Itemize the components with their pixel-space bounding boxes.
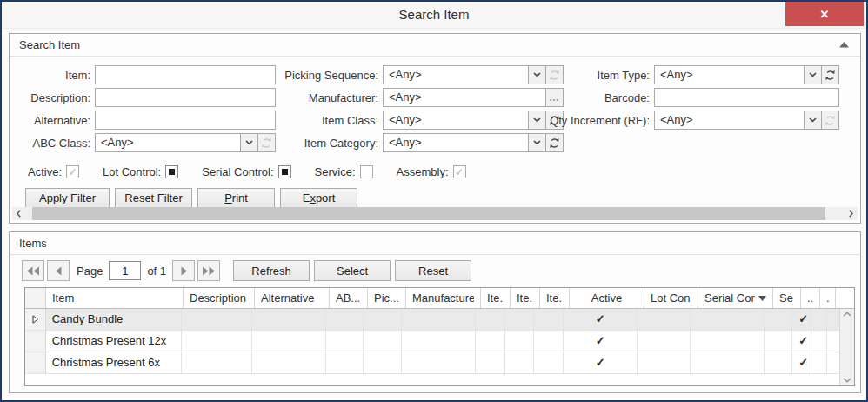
scroll-down-icon[interactable] — [843, 378, 851, 383]
prev-page-button[interactable] — [47, 260, 70, 281]
horizontal-scrollbar-track[interactable] — [25, 207, 845, 220]
refresh-button[interactable] — [821, 66, 838, 84]
dropdown-button[interactable] — [528, 66, 545, 84]
column-header-col-0[interactable] — [25, 288, 46, 308]
grid-cell[interactable] — [252, 331, 326, 352]
column-header-col-14[interactable]: .. — [801, 288, 820, 308]
reset-button[interactable]: Reset — [395, 260, 471, 281]
row-selector[interactable] — [25, 352, 46, 373]
collapse-panel-icon[interactable] — [839, 42, 849, 48]
grid-cell[interactable] — [811, 331, 827, 352]
dropdown-button[interactable] — [804, 66, 821, 84]
row-selector[interactable] — [25, 331, 46, 352]
apply-filter-button[interactable]: Apply Filter — [25, 188, 110, 208]
grid-cell[interactable] — [505, 331, 535, 352]
grid-cell[interactable] — [765, 331, 792, 352]
refresh-button[interactable]: Refresh — [233, 260, 310, 281]
description-input[interactable] — [95, 88, 276, 107]
grid-cell[interactable] — [402, 309, 476, 330]
grid-cell[interactable] — [364, 352, 402, 373]
table-row[interactable]: Candy Bundle✓✓ — [25, 309, 839, 331]
barcode-input[interactable] — [654, 88, 839, 107]
grid-cell[interactable]: ✓ — [792, 352, 811, 373]
column-header-item[interactable]: Item — [46, 288, 184, 308]
grid-cell[interactable] — [326, 309, 364, 330]
grid-cell[interactable]: Christmas Present 6x — [46, 352, 182, 373]
column-header-ab[interactable]: AB... — [330, 288, 368, 308]
reset-filter-button[interactable]: Reset Filter — [115, 188, 192, 208]
item-type-combo[interactable]: <Any> — [654, 65, 839, 84]
grid-cell[interactable] — [252, 309, 326, 330]
grid-cell[interactable] — [326, 352, 364, 373]
grid-cell[interactable] — [765, 309, 792, 330]
export-button[interactable]: Export — [280, 188, 357, 208]
grid-cell[interactable]: ✓ — [564, 309, 638, 330]
dropdown-button[interactable] — [240, 134, 257, 151]
column-header-alternative[interactable]: Alternative — [255, 288, 330, 308]
manufacturer-combo[interactable]: <Any>… — [383, 88, 564, 107]
grid-cell[interactable] — [691, 309, 765, 330]
refresh-button[interactable] — [821, 111, 838, 129]
column-header-ite[interactable]: Ite... — [511, 288, 540, 308]
item-category-combo[interactable]: <Any> — [383, 133, 564, 152]
grid-cell[interactable] — [505, 352, 535, 373]
grid-cell[interactable] — [534, 331, 564, 352]
grid-cell[interactable] — [182, 309, 252, 330]
grid-cell[interactable] — [534, 352, 564, 373]
service-checkbox[interactable] — [360, 165, 373, 178]
column-header-pic[interactable]: Pic... — [368, 288, 406, 308]
scroll-up-icon[interactable] — [843, 312, 851, 317]
serial-control-checkbox[interactable] — [278, 165, 291, 178]
grid-cell[interactable] — [691, 331, 765, 352]
horizontal-scrollbar[interactable] — [12, 207, 858, 220]
column-header-active[interactable]: Active — [570, 288, 644, 308]
grid-cell[interactable] — [476, 331, 505, 352]
item-class-combo[interactable]: <Any> — [383, 111, 564, 130]
abc-class-combo[interactable]: <Any> — [95, 133, 276, 152]
print-button[interactable]: Print — [197, 188, 275, 208]
table-row[interactable]: Christmas Present 6x✓✓ — [25, 352, 839, 374]
select-button[interactable]: Select — [314, 260, 391, 281]
grid-cell[interactable]: ✓ — [564, 331, 638, 352]
column-header-lot-con[interactable]: Lot Con... — [644, 288, 698, 308]
page-input[interactable] — [109, 261, 141, 280]
column-header-serial-con[interactable]: Serial Con... — [698, 288, 773, 308]
dropdown-button[interactable] — [528, 111, 545, 129]
next-page-button[interactable] — [172, 260, 195, 281]
column-header-ite[interactable]: Ite... — [481, 288, 511, 308]
grid-cell[interactable] — [476, 309, 505, 330]
first-page-button[interactable] — [22, 260, 44, 281]
grid-cell[interactable] — [182, 352, 252, 373]
vertical-scrollbar[interactable] — [839, 309, 854, 385]
dropdown-button[interactable] — [804, 111, 821, 129]
grid-cell[interactable] — [811, 352, 827, 373]
horizontal-scrollbar-thumb[interactable] — [32, 207, 825, 220]
grid-cell[interactable] — [402, 352, 476, 373]
table-row[interactable]: Christmas Present 12x✓✓ — [25, 331, 839, 352]
item-input[interactable] — [95, 65, 276, 84]
grid-cell[interactable]: Candy Bundle — [46, 309, 182, 330]
grid-cell[interactable] — [638, 352, 691, 373]
grid-cell[interactable] — [476, 352, 505, 373]
row-selector[interactable] — [25, 309, 46, 330]
grid-cell[interactable] — [364, 309, 402, 330]
column-header-manufacturer[interactable]: Manufacturer — [406, 288, 481, 308]
column-header-ite[interactable]: Ite... — [540, 288, 570, 308]
grid-cell[interactable] — [638, 331, 691, 352]
column-header-col-15[interactable]: .. — [820, 288, 836, 308]
qty-increment-rf-combo[interactable]: <Any> — [654, 111, 839, 130]
grid-cell[interactable]: Christmas Present 12x — [46, 331, 182, 352]
grid-cell[interactable]: ✓ — [792, 309, 811, 330]
lot-control-checkbox[interactable] — [165, 165, 178, 178]
refresh-button[interactable] — [545, 134, 563, 151]
last-page-button[interactable] — [197, 260, 220, 281]
grid-cell[interactable] — [326, 331, 364, 352]
grid-cell[interactable] — [182, 331, 252, 352]
grid-cell[interactable] — [252, 352, 326, 373]
grid-cell[interactable] — [505, 309, 535, 330]
grid-cell[interactable]: ✓ — [792, 331, 811, 352]
grid-cell[interactable] — [364, 331, 402, 352]
grid-cell[interactable] — [402, 331, 476, 352]
grid-cell[interactable]: ✓ — [564, 352, 638, 373]
picking-sequence-combo[interactable]: <Any> — [383, 65, 564, 84]
